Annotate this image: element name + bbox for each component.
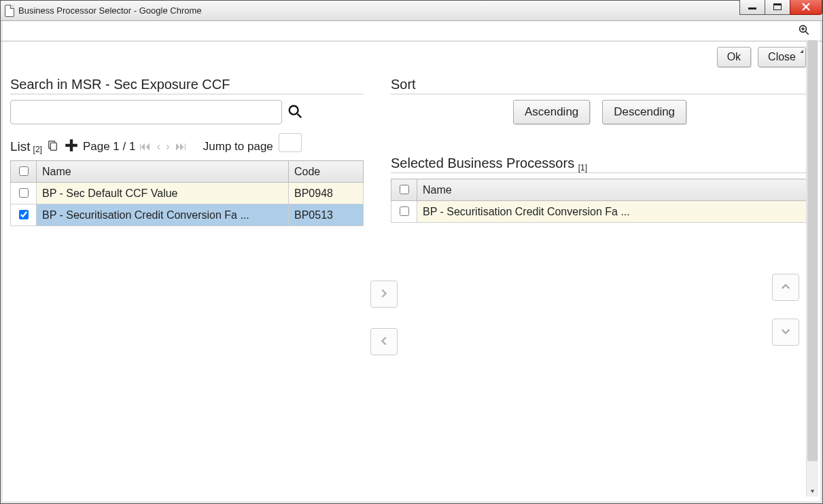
move-right-button[interactable]	[370, 281, 398, 308]
ok-button[interactable]: Ok	[717, 47, 751, 67]
first-page-icon[interactable]: ⏮	[138, 140, 152, 154]
select-all-checkbox[interactable]	[400, 185, 409, 194]
window-frame: Business Processor Selector - Google Chr…	[0, 0, 823, 504]
cell-name: BP - Sec Default CCF Value	[37, 183, 289, 204]
close-button[interactable]: Close	[758, 47, 806, 67]
cell-name: BP - Securitisation Credit Conversion Fa…	[417, 201, 809, 223]
available-table: Name Code BP - Sec Default CCF Value BP0…	[10, 160, 364, 226]
select-all-header[interactable]	[11, 161, 37, 183]
title-bar: Business Processor Selector - Google Chr…	[1, 1, 822, 21]
move-left-button[interactable]	[370, 328, 398, 355]
cell-name: BP - Securitisation Credit Conversion Fa…	[37, 204, 289, 226]
move-down-button[interactable]	[772, 319, 799, 346]
maximize-button[interactable]	[765, 0, 790, 15]
right-panel: Sort Ascending Descending Selected Busin…	[391, 73, 809, 223]
browser-top-strip	[1, 21, 822, 41]
pager-text: Page 1 / 1	[83, 140, 136, 154]
search-row	[10, 100, 364, 124]
col-name[interactable]: Name	[417, 179, 809, 201]
copy-icon	[46, 139, 58, 154]
document-icon	[5, 5, 14, 17]
window-close-button[interactable]	[790, 0, 822, 15]
copy-button[interactable]	[45, 138, 60, 155]
selected-label: Selected Business Processors	[391, 156, 574, 170]
table-row[interactable]: BP - Sec Default CCF Value BP0948	[11, 183, 364, 204]
sort-asc-button[interactable]: Ascending	[513, 100, 590, 124]
svg-rect-11	[65, 144, 77, 147]
minimize-button[interactable]	[739, 0, 765, 15]
prev-page-icon[interactable]: ‹	[155, 140, 162, 154]
list-label: List	[10, 139, 31, 154]
divider	[391, 173, 809, 173]
search-button[interactable]	[285, 101, 305, 124]
selected-section-title: Selected Business Processors [1]	[391, 156, 809, 171]
search-input[interactable]	[10, 100, 282, 124]
next-page-icon[interactable]: ›	[164, 140, 171, 154]
cell-code: BP0948	[289, 183, 364, 204]
chevron-left-icon	[379, 336, 389, 348]
table-row[interactable]: BP - Securitisation Credit Conversion Fa…	[391, 201, 809, 223]
transfer-buttons	[370, 281, 398, 355]
jump-to-page-label: Jump to page	[203, 140, 273, 154]
chevron-right-icon	[379, 289, 389, 300]
cell-code: BP0513	[289, 204, 364, 226]
window-title: Business Processor Selector - Google Chr…	[18, 5, 202, 16]
move-up-button[interactable]	[772, 274, 799, 301]
plus-icon	[64, 138, 79, 155]
svg-point-6	[290, 105, 298, 114]
window-controls	[740, 0, 822, 15]
divider	[10, 94, 364, 94]
scroll-down-icon[interactable]: ▾	[807, 484, 818, 497]
sort-section-title: Sort	[391, 77, 809, 92]
select-all-checkbox[interactable]	[19, 166, 29, 176]
add-button[interactable]	[63, 137, 80, 156]
dialog-body: Search in MSR - Sec Exposure CCF List [2…	[1, 70, 822, 498]
reorder-buttons	[772, 274, 799, 346]
row-checkbox[interactable]	[19, 210, 29, 219]
select-all-header[interactable]	[391, 179, 417, 201]
sort-desc-button[interactable]: Descending	[602, 100, 686, 124]
col-name[interactable]: Name	[37, 161, 289, 183]
search-section-title: Search in MSR - Sec Exposure CCF	[10, 77, 364, 92]
jump-to-page-input[interactable]	[279, 133, 302, 152]
last-page-icon[interactable]: ⏭	[174, 140, 188, 154]
selected-table: Name BP - Securitisation Credit Conversi…	[391, 179, 809, 223]
svg-line-7	[298, 113, 302, 118]
search-icon	[287, 111, 302, 121]
table-row[interactable]: BP - Securitisation Credit Conversion Fa…	[11, 204, 364, 226]
chevron-up-icon	[781, 282, 790, 293]
sort-buttons: Ascending Descending	[391, 100, 809, 124]
scroll-thumb[interactable]	[807, 40, 818, 461]
col-code[interactable]: Code	[289, 161, 364, 183]
selected-count: [1]	[578, 163, 587, 173]
dialog-action-bar: Ok Close	[1, 41, 822, 70]
row-checkbox[interactable]	[400, 206, 409, 216]
chevron-down-icon	[781, 327, 790, 338]
vertical-scrollbar[interactable]: ▴ ▾	[806, 40, 818, 497]
left-panel: Search in MSR - Sec Exposure CCF List [2…	[10, 73, 364, 226]
row-checkbox[interactable]	[19, 188, 29, 198]
svg-rect-9	[50, 143, 56, 150]
divider	[391, 94, 809, 94]
svg-line-3	[805, 31, 809, 35]
list-toolbar: List [2] Page 1 / 1 ⏮ ‹ › ⏭ Jump to pa	[10, 137, 364, 156]
zoom-icon[interactable]	[798, 24, 810, 38]
list-count: [2]	[33, 145, 42, 154]
